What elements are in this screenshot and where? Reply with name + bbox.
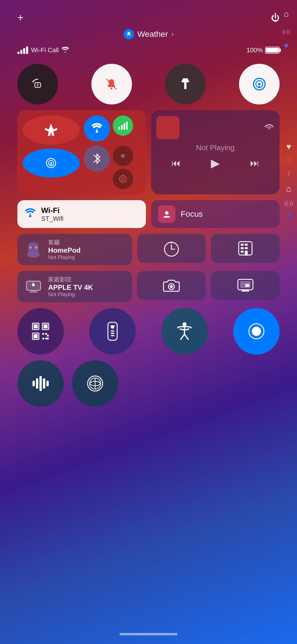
- hotspot-button[interactable]: [113, 169, 133, 189]
- airdrop-button[interactable]: [239, 64, 280, 104]
- svg-rect-14: [121, 125, 123, 130]
- svg-point-8: [258, 83, 260, 85]
- radio-icon[interactable]: ((·)): [280, 26, 293, 38]
- wifi-network-label: Wi-Fi: [41, 206, 64, 215]
- weather-row[interactable]: Weather ›: [0, 29, 297, 39]
- svg-rect-51: [45, 338, 49, 339]
- guided-access-button[interactable]: [72, 360, 118, 407]
- power-button[interactable]: ⏻: [271, 13, 280, 23]
- svg-point-21: [29, 215, 31, 217]
- wifi-panel[interactable]: Wi-Fi ST_Wifi: [17, 200, 146, 228]
- svg-rect-5: [184, 83, 186, 89]
- svg-rect-30: [241, 247, 244, 249]
- location-icon: [124, 29, 134, 39]
- svg-rect-13: [118, 127, 120, 130]
- svg-rect-35: [29, 292, 38, 293]
- weather-label: Weather: [137, 30, 168, 39]
- rotation-lock-button[interactable]: [17, 64, 58, 104]
- svg-rect-50: [42, 338, 44, 339]
- svg-point-22: [165, 211, 169, 215]
- home-icon[interactable]: ⌂: [280, 8, 293, 20]
- wifi-status-icon: [61, 47, 69, 54]
- next-track-button[interactable]: ⏭: [250, 158, 259, 169]
- svg-rect-16: [126, 122, 128, 130]
- wifi-ssid-label: ST_Wifi: [41, 215, 64, 222]
- airdrop-connectivity-button[interactable]: [23, 149, 80, 178]
- svg-rect-28: [241, 244, 244, 246]
- homepod-panel[interactable]: 客廳 HomePod Not Playing: [17, 234, 132, 265]
- timer-button[interactable]: [137, 234, 206, 263]
- camera-button[interactable]: [137, 271, 206, 300]
- flashlight-button[interactable]: [165, 64, 206, 104]
- radio-sidebar-icon[interactable]: ((·)): [285, 200, 293, 206]
- svg-rect-64: [39, 376, 42, 391]
- appletv-room-label: 家庭影院: [48, 276, 93, 283]
- red-indicator-dot: [287, 158, 291, 162]
- sound-recognition-button[interactable]: [17, 360, 64, 407]
- heart-sidebar-button[interactable]: ♥: [286, 142, 291, 151]
- wifi-panel-icon: [24, 208, 36, 220]
- vpn-button[interactable]: ⊕: [113, 146, 133, 166]
- remote-button[interactable]: [89, 308, 136, 354]
- homepod-info: 客廳 HomePod Not Playing: [48, 238, 81, 261]
- screen-record-button[interactable]: [233, 308, 280, 354]
- svg-rect-56: [111, 335, 114, 336]
- play-pause-button[interactable]: ▶: [211, 156, 220, 170]
- svg-point-3: [111, 88, 112, 89]
- svg-point-24: [29, 246, 32, 249]
- cellular-button[interactable]: [113, 115, 133, 136]
- airplane-mode-button[interactable]: [23, 115, 80, 144]
- svg-rect-66: [46, 381, 49, 386]
- battery-area: 100%: [247, 46, 280, 54]
- svg-point-58: [114, 325, 115, 327]
- music-note-icon[interactable]: ♪: [280, 0, 293, 2]
- focus-icon: [158, 205, 175, 223]
- appletv-name-label: APPLE TV 4K: [48, 283, 93, 292]
- now-playing-header: [156, 116, 274, 139]
- home-sidebar-icon[interactable]: ⌂: [286, 184, 291, 194]
- svg-point-19: [122, 178, 124, 180]
- wifi-toggle-button[interactable]: [84, 115, 110, 142]
- svg-rect-54: [111, 330, 114, 332]
- appletv-icon: [23, 276, 44, 297]
- album-art: [156, 116, 180, 139]
- battery-percent-label: 100%: [247, 46, 263, 54]
- svg-rect-33: [245, 251, 248, 256]
- weather-chevron-icon: ›: [171, 30, 173, 38]
- wifi-info: Wi-Fi ST_Wifi: [41, 206, 64, 222]
- status-bar: Wi-Fi Call 100%: [0, 46, 297, 54]
- qr-scanner-button[interactable]: [17, 308, 64, 354]
- svg-point-57: [110, 325, 112, 327]
- quick-toggle-row: [17, 64, 280, 104]
- homepod-icon: [23, 239, 44, 260]
- add-button[interactable]: +: [17, 12, 23, 24]
- svg-rect-63: [36, 378, 38, 389]
- airplay-icon[interactable]: [264, 122, 274, 133]
- bluetooth-button[interactable]: [84, 146, 110, 172]
- svg-point-61: [252, 327, 261, 336]
- silent-mode-button[interactable]: [91, 64, 132, 104]
- svg-point-25: [35, 246, 38, 249]
- playback-controls: ⏮ ▶ ⏭: [156, 156, 274, 170]
- svg-rect-42: [34, 324, 38, 328]
- homepod-status-label: Not Playing: [48, 254, 81, 261]
- music-sidebar-icon[interactable]: ♪: [287, 168, 291, 178]
- svg-rect-49: [47, 335, 49, 337]
- svg-rect-15: [124, 123, 125, 130]
- focus-panel[interactable]: Focus: [151, 200, 280, 228]
- svg-rect-48: [45, 333, 47, 335]
- wifi-focus-row: Wi-Fi ST_Wifi Focus: [17, 200, 280, 228]
- screen-mirroring-button[interactable]: [211, 271, 280, 300]
- calculator-button[interactable]: [211, 234, 280, 263]
- signal-bars-icon: [17, 46, 28, 54]
- focus-label: Focus: [181, 209, 203, 219]
- svg-rect-46: [34, 334, 38, 338]
- signal-area: Wi-Fi Call: [17, 46, 69, 54]
- accessibility-button[interactable]: [161, 308, 208, 354]
- right-sidebar: ♥ ♪ ⌂ ((·)): [285, 142, 293, 217]
- svg-rect-62: [32, 381, 35, 386]
- previous-track-button[interactable]: ⏮: [171, 158, 181, 169]
- svg-rect-40: [245, 284, 249, 287]
- appletv-panel[interactable]: 家庭影院 APPLE TV 4K Not Playing: [17, 271, 132, 302]
- blue-dot-indicator: [284, 44, 288, 48]
